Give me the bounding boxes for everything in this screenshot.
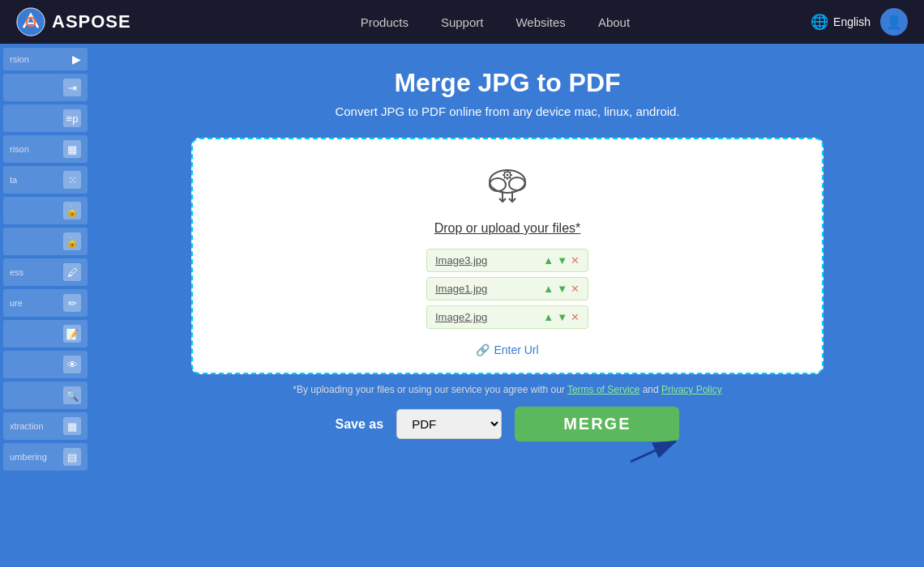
- sidebar-icon-3: ▦: [63, 140, 81, 158]
- sidebar-icon-9: 📝: [63, 325, 81, 343]
- save-as-label: Save as: [336, 417, 384, 432]
- terms-link[interactable]: Terms of Service: [567, 384, 640, 395]
- svg-line-18: [631, 441, 675, 462]
- sidebar-label-4: ta: [10, 175, 17, 185]
- sidebar-item-6[interactable]: 🔒: [3, 228, 88, 255]
- svg-point-6: [507, 174, 509, 177]
- enter-url-link[interactable]: 🔗 Enter Url: [476, 343, 538, 356]
- user-avatar[interactable]: 👤: [880, 8, 908, 36]
- sidebar-icon-13: ▤: [63, 448, 81, 466]
- sidebar-item-9[interactable]: 📝: [3, 320, 88, 347]
- sidebar-icon-12: ▦: [63, 417, 81, 435]
- file-down-1[interactable]: ▼: [557, 283, 567, 295]
- sidebar-item-8[interactable]: ure ✏: [3, 289, 88, 317]
- bottom-bar: Save as PDF DOC DOCX PNG MERGE: [336, 407, 680, 441]
- sidebar-arrow-0: ▶: [72, 53, 81, 66]
- save-as-select[interactable]: PDF DOC DOCX PNG: [396, 409, 502, 439]
- nav-websites[interactable]: Websites: [515, 15, 565, 29]
- file-controls-2: ▲ ▼ ✕: [543, 311, 580, 323]
- sidebar-label-12: xtraction: [10, 421, 44, 431]
- file-item-2: Image2.jpg ▲ ▼ ✕: [426, 305, 588, 329]
- link-icon: 🔗: [476, 343, 490, 356]
- language-label: English: [833, 15, 871, 28]
- file-name-2[interactable]: Image2.jpg: [435, 311, 487, 323]
- page-subtitle: Convert JPG to PDF online from any devic…: [335, 104, 679, 118]
- svg-point-3: [490, 178, 506, 191]
- sidebar-item-7[interactable]: ess 🖊: [3, 258, 88, 286]
- nav-products[interactable]: Products: [361, 15, 409, 29]
- navbar-links: Products Support Websites About: [180, 15, 811, 29]
- file-controls-0: ▲ ▼ ✕: [543, 254, 580, 266]
- sidebar-icon-5: 🔒: [63, 202, 81, 220]
- sidebar-icon-6: 🔒: [63, 232, 81, 250]
- sidebar-label-0: rsion: [10, 54, 29, 64]
- svg-point-4: [509, 177, 525, 190]
- file-up-0[interactable]: ▲: [543, 254, 554, 266]
- upload-cloud-icon: [483, 164, 532, 213]
- file-del-0[interactable]: ✕: [571, 254, 580, 266]
- language-selector[interactable]: 🌐 English: [811, 13, 871, 31]
- sidebar-item-11[interactable]: 🔍: [3, 382, 88, 409]
- merge-button-wrapper: MERGE: [515, 407, 679, 441]
- file-down-2[interactable]: ▼: [557, 311, 567, 323]
- privacy-link[interactable]: Privacy Policy: [661, 384, 722, 395]
- file-name-0[interactable]: Image3.jpg: [435, 254, 487, 266]
- logo[interactable]: ASPOSE: [16, 7, 131, 36]
- sidebar-item-10[interactable]: 👁: [3, 351, 88, 378]
- sidebar-label-3: rison: [10, 144, 29, 154]
- sidebar-label-8: ure: [10, 298, 23, 308]
- sidebar-item-12[interactable]: xtraction ▦: [3, 412, 88, 440]
- sidebar-icon-1: ⇥: [63, 79, 81, 96]
- nav-about[interactable]: About: [598, 15, 630, 29]
- upload-box[interactable]: Drop or upload your files* Image3.jpg ▲ …: [191, 138, 823, 374]
- sidebar: rsion ▶ ⇥ ≡p rison ▦ ta ⁙ 🔒 🔒 ess: [0, 44, 91, 567]
- file-controls-1: ▲ ▼ ✕: [543, 283, 580, 295]
- user-icon-symbol: 👤: [886, 15, 902, 30]
- file-del-1[interactable]: ✕: [571, 283, 580, 295]
- sidebar-icon-4: ⁙: [63, 171, 81, 189]
- sidebar-item-3[interactable]: rison ▦: [3, 135, 88, 163]
- main-wrapper: rsion ▶ ⇥ ≡p rison ▦ ta ⁙ 🔒 🔒 ess: [0, 44, 924, 567]
- sidebar-icon-7: 🖊: [63, 263, 81, 281]
- svg-point-0: [17, 8, 45, 36]
- sidebar-icon-2: ≡p: [63, 109, 81, 127]
- file-name-1[interactable]: Image1.jpg: [435, 283, 487, 295]
- file-up-2[interactable]: ▲: [543, 311, 554, 323]
- main-content: Merge JPG to PDF Convert JPG to PDF onli…: [91, 44, 924, 567]
- navbar-right: 🌐 English 👤: [811, 8, 908, 36]
- file-list: Image3.jpg ▲ ▼ ✕ Image1.jpg ▲ ▼ ✕: [426, 249, 588, 329]
- sidebar-icon-11: 🔍: [63, 386, 81, 404]
- enter-url-label: Enter Url: [494, 343, 538, 356]
- sidebar-icon-8: ✏: [63, 294, 81, 312]
- sidebar-label-13: umbering: [10, 452, 47, 462]
- sidebar-label-7: ess: [10, 267, 24, 277]
- logo-text: ASPOSE: [52, 11, 131, 32]
- sidebar-item-4[interactable]: ta ⁙: [3, 166, 88, 194]
- logo-icon: [16, 7, 45, 36]
- file-item-1: Image1.jpg ▲ ▼ ✕: [426, 277, 588, 301]
- sidebar-item-0[interactable]: rsion ▶: [3, 48, 88, 70]
- sidebar-item-2[interactable]: ≡p: [3, 104, 88, 132]
- page-title: Merge JPG to PDF: [394, 68, 620, 98]
- file-item-0: Image3.jpg ▲ ▼ ✕: [426, 249, 588, 272]
- file-up-1[interactable]: ▲: [543, 283, 554, 295]
- sidebar-icon-10: 👁: [63, 356, 81, 373]
- globe-icon: 🌐: [811, 13, 828, 31]
- nav-support[interactable]: Support: [441, 15, 484, 29]
- drop-upload-text[interactable]: Drop or upload your files*: [434, 221, 581, 236]
- arrow-pointer-svg: [622, 433, 687, 466]
- sidebar-item-1[interactable]: ⇥: [3, 74, 88, 101]
- terms-text: *By uploading your files or using our se…: [293, 384, 721, 395]
- sidebar-item-13[interactable]: umbering ▤: [3, 443, 88, 471]
- file-down-0[interactable]: ▼: [557, 254, 567, 266]
- file-del-2[interactable]: ✕: [571, 311, 580, 323]
- navbar: ASPOSE Products Support Websites About 🌐…: [0, 0, 924, 44]
- sidebar-item-5[interactable]: 🔒: [3, 197, 88, 224]
